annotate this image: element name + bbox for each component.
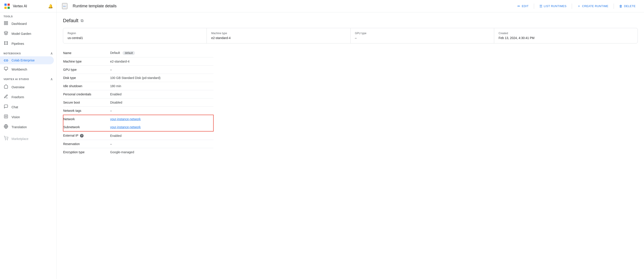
- notifications-icon[interactable]: 🔔: [48, 4, 53, 9]
- table-row: Name Default default: [63, 49, 214, 58]
- delete-icon: 🗑: [619, 4, 622, 8]
- sidebar: Vertex AI 🔔 TOOLS Dashboard Model Garden…: [0, 0, 57, 279]
- dashboard-label: Dashboard: [12, 22, 27, 26]
- machine-type-value: e2-standard-4: [211, 36, 346, 40]
- detail-label: Name: [63, 49, 108, 58]
- list-runtimes-label: LIST RUNTIMES: [544, 5, 567, 8]
- edit-label: EDIT: [522, 5, 528, 8]
- tools-section: TOOLS: [0, 13, 56, 19]
- translation-label: Translation: [12, 125, 27, 129]
- detail-value: your-instance-network: [108, 115, 214, 123]
- list-runtimes-button[interactable]: ☰ LIST RUNTIMES: [536, 3, 570, 10]
- detail-label: Secure boot: [63, 99, 108, 107]
- sidebar-item-workbench[interactable]: Workbench: [0, 64, 54, 74]
- svg-point-8: [4, 42, 5, 42]
- default-tag: default: [122, 51, 135, 55]
- svg-rect-4: [4, 22, 6, 23]
- chat-icon: [4, 104, 8, 110]
- app-logo: [4, 3, 11, 10]
- detail-label: Machine type: [63, 58, 108, 66]
- info-card-region: Region us-central1: [63, 28, 207, 43]
- created-value: Feb 13, 2024, 4:30:41 PM: [498, 36, 633, 40]
- table-row: Personal credentials Enabled: [63, 90, 214, 99]
- sidebar-header: Vertex AI 🔔: [0, 0, 56, 13]
- svg-rect-3: [8, 7, 10, 9]
- create-runtime-label: CREATE RUNTIME: [582, 5, 608, 8]
- details-table: Name Default default Machine type e2-sta…: [63, 49, 214, 156]
- svg-point-23: [5, 140, 6, 140]
- sidebar-item-vision[interactable]: Vision: [0, 112, 54, 122]
- subnetwork-link[interactable]: your-instance-network: [110, 125, 141, 129]
- sidebar-item-freeform[interactable]: Freeform: [0, 92, 54, 102]
- freeform-label: Freeform: [12, 95, 24, 99]
- workbench-icon: [4, 67, 8, 72]
- detail-value: Enabled: [108, 131, 214, 140]
- sidebar-item-dashboard[interactable]: Dashboard: [0, 19, 54, 29]
- table-row: Idle shutdown 180 min: [63, 82, 214, 90]
- detail-label: External IP ?: [63, 131, 108, 140]
- create-runtime-icon: ＋: [577, 4, 580, 8]
- external-ip-help-icon[interactable]: ?: [80, 134, 84, 138]
- notebooks-chevron[interactable]: ∧: [50, 51, 53, 56]
- detail-value: –: [108, 107, 214, 115]
- network-link[interactable]: your-instance-network: [110, 117, 141, 121]
- detail-label: Network: [63, 115, 108, 123]
- vertex-ai-studio-chevron[interactable]: ∧: [50, 77, 53, 81]
- sidebar-item-chat[interactable]: Chat: [0, 102, 54, 112]
- detail-label: Disk type: [63, 74, 108, 82]
- dashboard-icon: [4, 21, 8, 26]
- page-title: Runtime template details: [73, 4, 116, 9]
- translation-icon: [4, 124, 8, 130]
- divider-2: [572, 4, 572, 9]
- detail-label: GPU type: [63, 66, 108, 74]
- detail-value: Google-managed: [108, 148, 214, 156]
- table-row: Disk type 100 GB Standard Disk (pd-stand…: [63, 74, 214, 82]
- notebooks-section: NOTEBOOKS ∧: [0, 49, 56, 56]
- detail-value: –: [108, 66, 214, 74]
- table-row: GPU type –: [63, 66, 214, 74]
- sidebar-item-overview[interactable]: Overview: [0, 82, 54, 92]
- vision-label: Vision: [12, 115, 20, 119]
- list-runtimes-icon: ☰: [540, 4, 542, 8]
- vertex-ai-studio-label: VERTEX AI STUDIO: [4, 78, 29, 81]
- colab-enterprise-label: Colab Enterprise: [12, 59, 34, 62]
- detail-value: Enabled: [108, 90, 214, 99]
- detail-label: Reservation: [63, 140, 108, 148]
- workbench-label: Workbench: [12, 68, 27, 71]
- name-value: Default: [110, 51, 120, 55]
- svg-rect-0: [4, 4, 7, 6]
- app-name: Vertex AI: [13, 4, 27, 8]
- table-row: Reservation –: [63, 140, 214, 148]
- region-label: Region: [68, 32, 202, 35]
- content-area: Default ⧉ Region us-central1 Machine typ…: [57, 13, 644, 279]
- back-button[interactable]: ←: [62, 3, 67, 9]
- overview-label: Overview: [12, 85, 24, 89]
- table-row: Secure boot Disabled: [63, 99, 214, 107]
- notebooks-label: NOTEBOOKS: [4, 52, 21, 55]
- vertex-ai-studio-section: VERTEX AI STUDIO ∧: [0, 74, 56, 82]
- info-cards: Region us-central1 Machine type e2-stand…: [63, 28, 638, 44]
- svg-point-11: [7, 44, 8, 44]
- sidebar-item-translation[interactable]: Translation: [0, 122, 54, 132]
- table-row-subnetwork: Subnetwork your-instance-network: [63, 123, 214, 131]
- svg-rect-6: [4, 24, 6, 25]
- create-runtime-button[interactable]: ＋ CREATE RUNTIME: [574, 3, 612, 10]
- model-garden-label: Model Garden: [12, 32, 31, 36]
- delete-button[interactable]: 🗑 DELETE: [616, 3, 639, 10]
- topbar: ← Runtime template details ✏ EDIT ☰ LIST…: [57, 0, 644, 13]
- main-content: ← Runtime template details ✏ EDIT ☰ LIST…: [57, 0, 644, 279]
- edit-button[interactable]: ✏ EDIT: [514, 3, 532, 10]
- detail-label: Network tags: [63, 107, 108, 115]
- detail-value: Disabled: [108, 99, 214, 107]
- overview-icon: [4, 84, 8, 90]
- copy-icon[interactable]: ⧉: [81, 19, 84, 23]
- detail-value: your-instance-network: [108, 123, 214, 131]
- edit-icon: ✏: [518, 4, 520, 8]
- sidebar-item-marketplace[interactable]: Marketplace: [0, 134, 54, 144]
- sidebar-item-colab-enterprise[interactable]: CO Colab Enterprise: [0, 56, 54, 64]
- marketplace-label: Marketplace: [12, 137, 28, 141]
- divider-1: [534, 4, 534, 9]
- sidebar-item-pipelines[interactable]: Pipelines: [0, 39, 54, 49]
- sidebar-item-model-garden[interactable]: Model Garden: [0, 29, 54, 39]
- colab-enterprise-icon: CO: [4, 59, 8, 62]
